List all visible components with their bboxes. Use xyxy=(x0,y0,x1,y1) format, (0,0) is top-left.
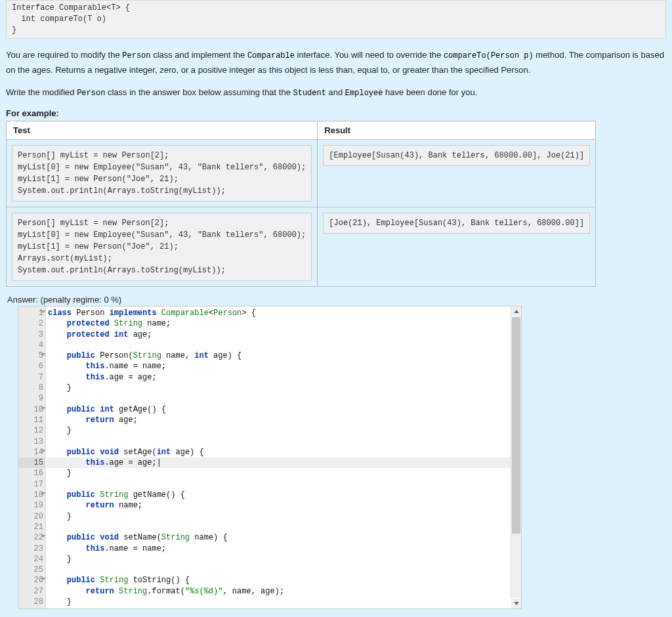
code-line[interactable]: public int getAge() { xyxy=(45,404,511,415)
text: Write the modified xyxy=(6,87,77,97)
gutter-line: 22 xyxy=(18,532,45,543)
code-line[interactable] xyxy=(45,436,511,447)
vertical-scrollbar[interactable] xyxy=(511,307,521,598)
table-row: Person[] myList = new Person[2]; myList[… xyxy=(7,207,596,287)
text: interface. You will need to override the xyxy=(295,50,444,60)
editor-code-area[interactable]: class Person implements Comparable<Perso… xyxy=(45,307,511,608)
code-line[interactable] xyxy=(45,479,511,490)
gutter-line: 27 xyxy=(18,586,45,597)
gutter-line: 21 xyxy=(18,522,45,532)
text: have been done for you. xyxy=(383,87,477,97)
text: class in the answer box below assuming t… xyxy=(105,87,293,97)
test-code: Person[] myList = new Person[2]; myList[… xyxy=(12,145,312,202)
code-line[interactable]: public String getName() { xyxy=(45,490,511,500)
code-inline: Employee xyxy=(345,89,383,98)
triangle-down-icon xyxy=(514,602,519,605)
code-line[interactable] xyxy=(45,340,511,351)
code-inline: Person xyxy=(77,89,105,98)
code-line[interactable]: } xyxy=(45,554,511,564)
test-code: Person[] myList = new Person[2]; myList[… xyxy=(12,213,312,281)
text: class and implement the xyxy=(151,50,247,60)
triangle-up-icon xyxy=(514,310,519,313)
code-inline: Student xyxy=(293,89,326,98)
gutter-line: 2 xyxy=(18,318,45,329)
gutter-line: 8 xyxy=(18,383,45,393)
text: and xyxy=(326,87,345,97)
gutter-line: 9 xyxy=(18,393,45,404)
gutter-line: 3 xyxy=(18,330,45,340)
gutter-line: 11 xyxy=(18,415,45,425)
gutter-line: 5 xyxy=(18,351,45,361)
code-line[interactable]: protected int age; xyxy=(45,330,511,340)
code-line[interactable]: this.age = age; xyxy=(45,372,511,383)
result-code: [Employee[Susan(43), Bank tellers, 68000… xyxy=(323,145,590,166)
code-line[interactable]: public Person(String name, int age) { xyxy=(45,351,511,361)
gutter-line: 24 xyxy=(18,554,45,564)
scroll-up-button[interactable] xyxy=(511,307,521,316)
gutter-line: 20 xyxy=(18,511,45,522)
code-line[interactable]: } xyxy=(45,468,511,479)
example-heading: For example: xyxy=(6,108,666,118)
gutter-line: 26 xyxy=(18,575,45,585)
gutter-line: 15 xyxy=(18,457,45,468)
code-inline: Comparable xyxy=(247,51,295,60)
code-line[interactable]: return name; xyxy=(45,500,511,511)
gutter-line: 7 xyxy=(18,372,45,383)
scroll-down-button[interactable] xyxy=(511,599,521,608)
gutter-line: 25 xyxy=(18,564,45,575)
gutter-line: 13 xyxy=(18,436,45,447)
gutter-line: 4 xyxy=(18,340,45,351)
code-line[interactable]: this.age = age;| xyxy=(45,457,511,468)
code-line[interactable]: this.name = name; xyxy=(45,361,511,372)
code-editor[interactable]: 1234567891011121314151617181920212223242… xyxy=(18,306,522,609)
code-line[interactable] xyxy=(45,393,511,404)
code-line[interactable]: return String.format("%s(%d)", name, age… xyxy=(45,586,511,597)
code-line[interactable]: public void setAge(int age) { xyxy=(45,447,511,457)
table-header-test: Test xyxy=(7,121,318,140)
gutter-line: 16 xyxy=(18,468,45,479)
gutter-line: 12 xyxy=(18,425,45,436)
code-line[interactable] xyxy=(45,564,511,575)
instruction-paragraph-1: You are required to modify the Person cl… xyxy=(6,48,666,77)
code-inline: compareTo(Person p) xyxy=(444,51,534,60)
code-line[interactable]: } xyxy=(45,383,511,393)
gutter-line: 14 xyxy=(18,447,45,457)
code-line[interactable]: return age; xyxy=(45,415,511,425)
text: You are required to modify the xyxy=(6,50,122,60)
result-code: [Joe(21), Employee[Susan(43), Bank telle… xyxy=(323,213,590,234)
code-line[interactable]: this.name = name; xyxy=(45,543,511,554)
code-line[interactable]: class Person implements Comparable<Perso… xyxy=(45,308,511,318)
code-line[interactable]: } xyxy=(45,511,511,522)
instruction-paragraph-2: Write the modified Person class in the a… xyxy=(6,85,666,100)
answer-label: Answer: (penalty regime: 0 %) xyxy=(7,295,666,305)
gutter-line: 10 xyxy=(18,404,45,415)
code-line[interactable]: } xyxy=(45,425,511,436)
code-line[interactable]: public void setName(String name) { xyxy=(45,532,511,543)
gutter-line: 18 xyxy=(18,490,45,500)
gutter-line: 28 xyxy=(18,597,45,607)
table-row: Person[] myList = new Person[2]; myList[… xyxy=(7,140,596,207)
code-line[interactable]: protected String name; xyxy=(45,318,511,329)
code-line[interactable]: public String toString() { xyxy=(45,575,511,585)
interface-declaration: Interface Comparable<T> { int compareTo(… xyxy=(6,0,666,39)
table-header-result: Result xyxy=(318,121,596,140)
examples-table: Test Result Person[] myList = new Person… xyxy=(6,121,596,287)
code-inline: Person xyxy=(122,51,150,60)
gutter-line: 6 xyxy=(18,361,45,372)
scrollbar-thumb[interactable] xyxy=(512,317,520,534)
editor-gutter: 1234567891011121314151617181920212223242… xyxy=(18,307,46,608)
gutter-line: 23 xyxy=(18,543,45,554)
gutter-line: 1 xyxy=(18,308,45,318)
code-line[interactable]: } xyxy=(45,597,511,607)
gutter-line: 17 xyxy=(18,479,45,490)
gutter-line: 19 xyxy=(18,500,45,511)
code-line[interactable] xyxy=(45,522,511,532)
